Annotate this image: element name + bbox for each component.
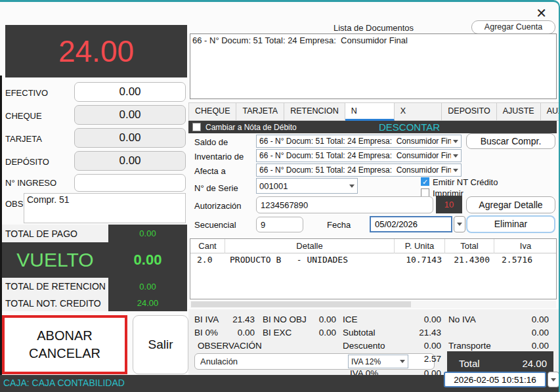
scrollbar-thumb[interactable] bbox=[191, 301, 411, 307]
tab-cheque[interactable]: CHEQUE bbox=[188, 102, 236, 121]
bi-no-obj-value: 0.00 bbox=[289, 315, 336, 324]
buscar-compr-button[interactable]: Buscar Compr. bbox=[466, 133, 555, 149]
datetime-dropdown-button[interactable] bbox=[548, 372, 559, 387]
total-de-pago-value: 0.00 bbox=[139, 229, 156, 238]
iva-amount-value: 2.57 bbox=[368, 354, 441, 364]
total-nota-credito-valuecell: 24.00 bbox=[108, 295, 187, 311]
cell-iva: 2.5716 bbox=[494, 255, 532, 265]
ningreso-label: N° INGRESO bbox=[5, 178, 56, 188]
obs-label: OBS. bbox=[5, 199, 26, 209]
eliminar-button[interactable]: Eliminar bbox=[466, 215, 555, 233]
bi-exc-label: BI EXC bbox=[263, 328, 291, 338]
no-iva-2-value: 0.00 bbox=[473, 328, 549, 338]
autorizacion-length-badge: 10 bbox=[436, 196, 462, 213]
salir-button[interactable]: Salir bbox=[133, 315, 188, 374]
vuelto-label: VUELTO bbox=[2, 249, 108, 271]
deposito-label: DEPÓSITO bbox=[5, 157, 49, 167]
obs-textarea[interactable]: Compr. 51 bbox=[24, 193, 186, 223]
documents-listbox[interactable]: 66 - N° Docum: 51 Total: 24 Empresa: Con… bbox=[190, 33, 557, 99]
fecha-input[interactable] bbox=[370, 216, 452, 232]
vuelto-row: VUELTO 0.00 bbox=[2, 242, 187, 278]
vuelto-value: 0.00 bbox=[108, 242, 187, 278]
bi-0-value: 0.00 bbox=[210, 328, 255, 338]
cambiar-nota-debito-label: Cambiar a Nóta de Débito bbox=[205, 123, 297, 132]
ice-value: 0.00 bbox=[368, 315, 441, 324]
tab-tarjeta[interactable]: TARJETA bbox=[236, 102, 284, 121]
detail-table: Cant Detalle P. Unita Total Iva 2.0 PROD… bbox=[190, 238, 557, 299]
agregar-cuenta-button[interactable]: Agregar Cuenta bbox=[471, 20, 555, 34]
abonar-cancelar-button[interactable]: ABONAR CANCELAR bbox=[2, 315, 127, 374]
payment-dialog: ✕ Lista de Documentos Agregar Cuenta 66 … bbox=[0, 0, 560, 392]
grand-total-value: 24.00 bbox=[522, 358, 547, 369]
no-iva-label: No IVA bbox=[448, 315, 476, 324]
status-bar: CAJA: CAJA CONTABILIDAD bbox=[0, 375, 559, 392]
transporte-value: 0.00 bbox=[473, 341, 549, 351]
chevron-down-icon bbox=[457, 223, 462, 226]
afecta-a-value: 66 - N° Docum: 51 Total: 24 Empresa: Con… bbox=[259, 165, 451, 175]
fecha-dropdown-button[interactable] bbox=[454, 216, 465, 232]
emitir-nt-credito-checkbox[interactable]: ✓ bbox=[421, 177, 429, 186]
chevron-down-icon bbox=[551, 378, 556, 381]
efectivo-input[interactable] bbox=[74, 82, 186, 102]
col-p-unita: P. Unita bbox=[395, 239, 445, 253]
tab-aux[interactable]: AUX bbox=[541, 102, 560, 121]
inventario-de-label: Inventario de bbox=[194, 152, 244, 162]
tarjeta-label: TARJETA bbox=[5, 134, 42, 144]
efectivo-label: EFECTIVO bbox=[5, 88, 48, 98]
secuencial-label: Secuencial bbox=[194, 220, 236, 230]
descuento-value: 0.00 bbox=[368, 341, 441, 351]
autorizacion-input[interactable] bbox=[256, 196, 433, 213]
total-nota-credito-label: TOTAL NOT. CREDITO bbox=[5, 298, 101, 309]
cell-cant: 2.0 bbox=[197, 255, 212, 265]
col-total: Total bbox=[445, 239, 494, 253]
table-row[interactable]: 2.0 PRODUCTO B - UNIDADES 10.7143 21.430… bbox=[190, 255, 556, 267]
tab-ajuste[interactable]: AJUSTE bbox=[497, 102, 541, 121]
afecta-a-combobox[interactable]: 66 - N° Docum: 51 Total: 24 Empresa: Con… bbox=[256, 163, 462, 177]
emitir-nt-credito-label: Emitir NT Crédito bbox=[433, 177, 498, 187]
deposito-input[interactable] bbox=[74, 151, 186, 171]
inventario-de-combobox[interactable]: 66 - N° Docum: 51 Total: 24 Empresa: Con… bbox=[256, 149, 462, 162]
autorizacion-label: Autorización bbox=[194, 201, 242, 211]
total-nota-credito-row: TOTAL NOT. CREDITO 24.00 bbox=[2, 295, 187, 311]
cell-total: 21.4300 bbox=[445, 255, 490, 265]
saldo-de-value: 66 - N° Docum: 51 Total: 24 Empresa: Con… bbox=[259, 137, 451, 146]
total-retencion-label: TOTAL DE RETENCION bbox=[5, 281, 106, 292]
detail-table-header: Cant Detalle P. Unita Total Iva bbox=[190, 239, 556, 253]
agregar-detalle-button[interactable]: Agregar Detalle bbox=[466, 196, 555, 213]
total-retencion-valuecell: 0.00 bbox=[108, 278, 187, 295]
cambiar-nota-debito-checkbox[interactable] bbox=[192, 123, 201, 131]
tarjeta-input[interactable] bbox=[74, 128, 186, 148]
saldo-de-combobox[interactable]: 66 - N° Docum: 51 Total: 24 Empresa: Con… bbox=[256, 135, 462, 148]
afecta-a-label: Afecta a bbox=[194, 166, 226, 176]
no-iva-value: 0.00 bbox=[473, 315, 549, 324]
total-de-pago-valuecell: 0.00 bbox=[108, 225, 187, 242]
chevron-down-icon bbox=[349, 185, 355, 188]
chevron-down-icon bbox=[453, 154, 458, 158]
caja-status-label: CAJA: CAJA CONTABILIDAD bbox=[3, 378, 125, 388]
observacion-label: OBSERVACIÓN bbox=[198, 341, 262, 351]
cancelar-line: CANCELAR bbox=[29, 345, 100, 362]
total-de-pago-row: TOTAL DE PAGO 0.00 bbox=[2, 225, 187, 242]
cheque-label: CHEQUE bbox=[5, 111, 42, 121]
subtotal-value: 21.43 bbox=[368, 328, 441, 338]
table-horizontal-scrollbar[interactable] bbox=[190, 301, 556, 308]
tab-n-credito[interactable]: N CREDITO bbox=[345, 102, 395, 121]
document-list-item[interactable]: 66 - N° Docum: 51 Total: 24 Empresa: Con… bbox=[190, 34, 556, 47]
cheque-input[interactable] bbox=[74, 105, 186, 125]
ice-label: ICE bbox=[343, 315, 358, 324]
tab-deposito[interactable]: DEPOSITO bbox=[442, 102, 496, 121]
datetime-input[interactable] bbox=[444, 372, 546, 387]
ningreso-input[interactable] bbox=[74, 174, 186, 192]
total-retencion-row: TOTAL DE RETENCION 0.00 bbox=[2, 278, 187, 295]
col-iva: Iva bbox=[494, 239, 557, 253]
bi-exc-value: 0.00 bbox=[289, 328, 336, 338]
tab-retencion[interactable]: RETENCION bbox=[284, 102, 345, 121]
secuencial-input[interactable] bbox=[256, 217, 303, 232]
amount-due-display: 24.00 bbox=[5, 25, 187, 77]
payment-tabs: CHEQUE TARJETA RETENCION N CREDITO X COB… bbox=[188, 102, 560, 121]
tab-x-cobrar[interactable]: X COBRAR bbox=[395, 102, 442, 121]
total-de-pago-label: TOTAL DE PAGO bbox=[5, 229, 77, 239]
grand-total-label: Total bbox=[459, 358, 480, 369]
serie-combobox[interactable]: 001001 bbox=[256, 178, 358, 194]
close-icon[interactable]: ✕ bbox=[536, 5, 547, 21]
